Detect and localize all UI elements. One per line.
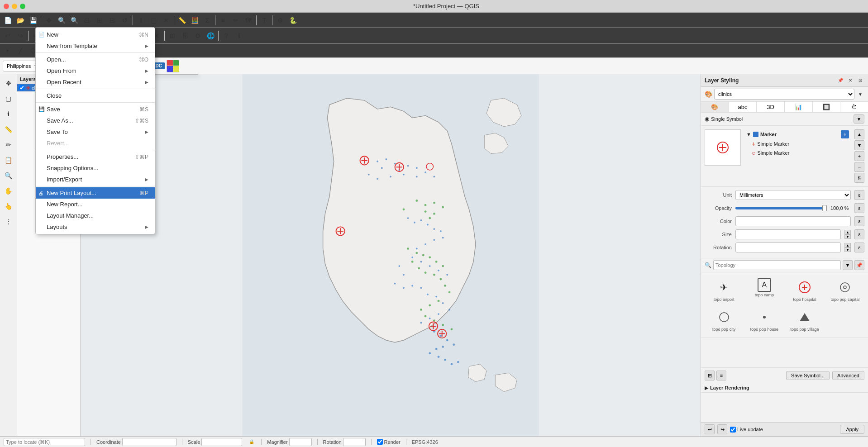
render-checkbox[interactable] <box>377 439 383 445</box>
symbol-cell-pop-city[interactable]: topo pop city <box>705 306 743 334</box>
menu-new-print-layout[interactable]: 🖨 New Print Layout... ⌘P <box>36 187 155 199</box>
styling-detach-btn[interactable]: ⊡ <box>856 76 864 85</box>
sum-btn[interactable]: Σ <box>201 14 213 26</box>
styling-pin-btn[interactable]: 📌 <box>836 76 844 85</box>
plugins-btn[interactable]: ⚙ <box>274 14 286 26</box>
zoom-out-btn[interactable]: 🔍 <box>68 14 80 26</box>
opacity-expr-btn[interactable]: ε <box>854 203 864 213</box>
draw-line-btn[interactable]: ╱ <box>14 45 26 57</box>
styling-back-btn[interactable]: ↩ <box>705 424 715 434</box>
live-update-checkbox[interactable] <box>730 427 736 433</box>
python-btn[interactable]: 🐍 <box>287 14 299 26</box>
measure-tool-btn[interactable]: 📏 <box>1 122 16 137</box>
open-btn[interactable]: 📂 <box>14 14 26 26</box>
scale-lock-btn[interactable]: 🔒 <box>248 438 256 446</box>
add-layer-btn[interactable]: ⊞ <box>167 30 178 42</box>
topology-search-input[interactable] <box>713 260 841 270</box>
sym-del-btn[interactable]: − <box>854 162 864 172</box>
styling-tab-3d[interactable]: 3D <box>757 102 785 112</box>
layer-name-select[interactable]: clinics <box>714 89 854 100</box>
advanced-btn[interactable]: Advanced <box>832 371 864 380</box>
rotation-spin-up[interactable]: ▲ <box>844 243 851 247</box>
rotation-expr-btn[interactable]: ε <box>854 243 864 252</box>
symbol-cell-pop-capital[interactable]: topo pop capital <box>826 276 864 304</box>
close-button[interactable] <box>4 4 9 9</box>
menu-import-export[interactable]: Import/Export ▶ <box>36 174 155 185</box>
select-btn[interactable]: ▢ <box>148 14 159 26</box>
size-expr-btn[interactable]: ε <box>854 229 864 239</box>
color-swatch[interactable] <box>735 216 851 226</box>
identify-tool-btn[interactable]: ℹ <box>1 107 16 121</box>
menu-properties[interactable]: Properties... ⇧⌘P <box>36 151 155 162</box>
zoom-selection-btn[interactable]: ⊟ <box>106 14 118 26</box>
rotation-spin-down[interactable]: ▼ <box>844 247 851 252</box>
styling-tab-color[interactable]: 🎨 <box>701 102 729 112</box>
styling-tab-history[interactable]: ⏱ <box>840 102 868 112</box>
data-source-btn[interactable]: 🗄 <box>179 30 191 42</box>
zoom-btn2[interactable]: 🔍 <box>1 168 16 183</box>
sym-down-btn[interactable]: ▼ <box>854 140 864 150</box>
symbol-cell-pop-house[interactable]: topo pop house <box>745 306 783 334</box>
size-input[interactable]: 5,20000 <box>735 229 841 239</box>
new-project-btn[interactable]: 📄 <box>2 14 14 26</box>
web-btn[interactable]: 🌐 <box>205 30 216 42</box>
save-symbol-btn[interactable]: Save Symbol... <box>786 371 830 380</box>
grid-view-btn[interactable]: ⊞ <box>705 371 715 380</box>
menu-layouts[interactable]: Layouts ▶ <box>36 221 155 233</box>
minimize-button[interactable] <box>12 4 17 9</box>
rotation-status-input[interactable]: 0,0 ° <box>343 438 366 446</box>
menu-open-recent[interactable]: Open Recent ▶ <box>36 76 155 88</box>
redo-btn[interactable]: ↪ <box>14 30 26 42</box>
label-btn[interactable]: T <box>258 14 270 26</box>
styling-forward-btn[interactable]: ↪ <box>717 424 727 434</box>
touch-btn[interactable]: 👆 <box>1 199 16 214</box>
pan-map-btn[interactable]: ✥ <box>43 14 55 26</box>
forms-btn[interactable]: 📋 <box>1 153 16 167</box>
identify-btn[interactable]: ℹ <box>135 14 147 26</box>
menu-new[interactable]: 📄 New ⌘N <box>36 29 155 40</box>
about-btn[interactable]: ℹ <box>233 30 245 42</box>
menu-save-to[interactable]: Save To ▶ <box>36 126 155 138</box>
symbol-cell-camp[interactable]: A topo camp <box>745 276 783 304</box>
symbol-cell-airport[interactable]: ✈ topo airport <box>705 276 743 304</box>
more-btn[interactable]: ⋮ <box>1 214 16 229</box>
size-spin-up[interactable]: ▲ <box>844 230 851 234</box>
apply-btn[interactable]: Apply <box>840 425 864 434</box>
save-btn[interactable]: 💾 <box>27 14 39 26</box>
layer-checkbox-clinics[interactable] <box>19 85 24 90</box>
unit-expr-btn[interactable]: ε <box>854 190 864 200</box>
zoom-full-btn[interactable]: ⊡ <box>81 14 93 26</box>
undo-btn[interactable]: ↩ <box>2 30 14 42</box>
menu-snapping[interactable]: Snapping Options... <box>36 162 155 174</box>
editor-btn[interactable]: ✏ <box>230 14 242 26</box>
menu-close[interactable]: Close <box>36 90 155 101</box>
measure-btn[interactable]: 📏 <box>176 14 188 26</box>
unit-select[interactable]: Millimeters <box>735 190 851 200</box>
deselect-btn[interactable]: ✕ <box>160 14 172 26</box>
digitize-btn[interactable]: 🗺 <box>243 14 254 26</box>
layer-rendering-header[interactable]: ▶ Layer Rendering <box>705 385 864 390</box>
symbol-type-dropdown-btn[interactable]: ▼ <box>854 114 864 124</box>
menu-new-report[interactable]: New Report... <box>36 199 155 210</box>
help-btn[interactable]: ? <box>220 30 232 42</box>
pan-btn2[interactable]: ✋ <box>1 184 16 198</box>
menu-new-from-template[interactable]: New from Template ▶ <box>36 40 155 52</box>
sym-copy-btn[interactable]: ⎘ <box>854 173 864 183</box>
styling-tab-mask[interactable]: 🔲 <box>813 102 841 112</box>
topology-pin-btn[interactable]: 📌 <box>854 260 864 270</box>
size-spin-down[interactable]: ▼ <box>844 234 851 239</box>
draw-point-btn[interactable]: • <box>2 45 14 57</box>
menu-layout-manager[interactable]: Layout Manager... <box>36 210 155 221</box>
refresh-btn[interactable]: ↺ <box>119 14 131 26</box>
select-tool-btn[interactable]: ▢ <box>1 91 16 106</box>
menu-open-from[interactable]: Open From ▶ <box>36 65 155 76</box>
symbol-cell-pop-village[interactable]: topo pop village <box>786 306 824 334</box>
map-navigation-btn[interactable]: ✥ <box>1 76 16 90</box>
zoom-in-btn[interactable]: 🔍 <box>56 14 67 26</box>
menu-save[interactable]: 💾 Save ⌘S <box>36 104 155 115</box>
magnifier-input[interactable]: 100% <box>289 438 312 446</box>
symbol-cell-hospital[interactable]: topo hospital <box>786 276 824 304</box>
menu-open[interactable]: Open... ⌘O <box>36 54 155 65</box>
color-expr-btn[interactable]: ε <box>854 216 864 226</box>
maximize-button[interactable] <box>20 4 25 9</box>
